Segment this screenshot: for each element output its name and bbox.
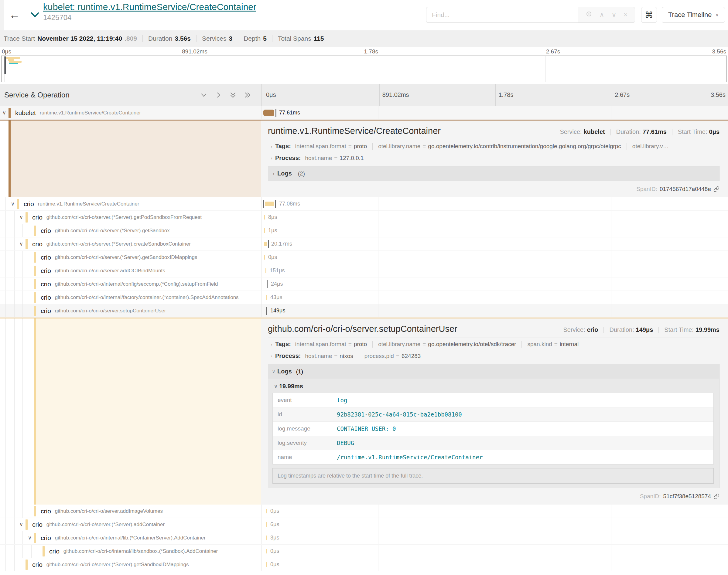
- span-timeline-cell[interactable]: 1μs: [261, 224, 728, 237]
- locate-span-icon[interactable]: [586, 11, 592, 19]
- trace-title-collapse-chevron[interactable]: [30, 11, 39, 19]
- span-row[interactable]: ∨ crio runtime.v1.RuntimeService/CreateC…: [0, 197, 728, 211]
- span-service: crio: [41, 307, 51, 314]
- find-input[interactable]: [426, 7, 578, 23]
- span-service: crio: [41, 254, 51, 261]
- span-marker: [275, 109, 276, 117]
- depth-label: Depth: [243, 35, 261, 42]
- span-duration-bar: [264, 242, 267, 246]
- span-timeline-cell[interactable]: 151μs: [261, 264, 728, 277]
- chevron-down-icon[interactable]: ∨: [17, 214, 26, 221]
- minimap-span: [6, 57, 20, 59]
- span-detail-setupcontaineruser: github.com/cri-o/cri-o/server.setupConta…: [0, 317, 728, 505]
- tags-toggle-row[interactable]: › Tags: internal.span.format=proto otel.…: [268, 140, 720, 152]
- span-name-cell: ∨ crio github.com/cri-o/cri-o/server.(*S…: [0, 211, 261, 224]
- logs-label: Logs: [277, 170, 292, 177]
- equals: =: [349, 341, 352, 348]
- span-timeline-cell[interactable]: 6μs: [261, 518, 728, 531]
- span-timeline-cell[interactable]: 43μs: [261, 291, 728, 304]
- span-row[interactable]: crio github.com/cri-o/cri-o/server.addOC…: [0, 264, 728, 277]
- span-timeline-cell[interactable]: 0μs: [261, 558, 728, 571]
- chevron-right-icon: ›: [268, 144, 275, 149]
- logs-toggle-row[interactable]: ∨ Logs (1): [268, 364, 719, 379]
- find-clear-icon[interactable]: ×: [624, 11, 627, 19]
- span-timeline-cell[interactable]: 0μs: [261, 505, 728, 518]
- span-marker: [263, 200, 264, 208]
- span-timeline-cell[interactable]: 20.17ms: [261, 237, 728, 250]
- span-row[interactable]: crio github.com/cri-o/cri-o/server.(*Ser…: [0, 251, 728, 264]
- log-field-value: 92b82381-025c-4a64-815c-ba2e1bb08100: [337, 411, 462, 418]
- span-duration-label: 77.61ms: [279, 110, 300, 116]
- log-field-value: DEBUG: [337, 440, 354, 446]
- span-timeline-cell[interactable]: 8μs: [261, 211, 728, 224]
- span-duration-label: 43μs: [270, 294, 282, 301]
- span-timeline-cell[interactable]: 149μs: [261, 304, 728, 317]
- minimap-tick: 0μs: [2, 48, 11, 55]
- minimap-span: [8, 59, 14, 61]
- tags-toggle-row[interactable]: › Tags: internal.span.format=proto otel.…: [268, 338, 720, 350]
- span-row[interactable]: crio github.com/cri-o/cri-o/server.(*Ser…: [0, 224, 728, 237]
- chevron-down-icon: [30, 11, 39, 18]
- span-service: crio: [32, 240, 42, 248]
- log-field-row: log.message CONTAINER USER: 0: [273, 422, 714, 436]
- span-timeline-cell[interactable]: 77.08ms: [261, 197, 728, 210]
- timeline-tick: 891.02ms: [383, 91, 409, 98]
- span-row[interactable]: ∨ crio github.com/cri-o/cri-o/server.(*S…: [0, 518, 728, 531]
- keyboard-shortcuts-button[interactable]: ⌘: [641, 7, 657, 23]
- service-value: kubelet: [584, 128, 605, 135]
- service-color-bar: [26, 239, 28, 249]
- equals: =: [334, 155, 337, 162]
- indent-spacer: [0, 545, 34, 558]
- span-row[interactable]: crio github.com/cri-o/cri-o/server.(*Ser…: [0, 558, 728, 571]
- process-toggle-row[interactable]: › Process: host.name=127.0.0.1: [268, 152, 720, 164]
- collapse-all-icon[interactable]: [230, 92, 236, 98]
- span-timeline-cell[interactable]: 0μs: [261, 545, 728, 558]
- trace-view-selector[interactable]: Trace Timeline ∨: [662, 7, 725, 23]
- span-row[interactable]: ∨ crio github.com/cri-o/cri-o/server.(*S…: [0, 211, 728, 224]
- chevron-down-icon[interactable]: ∨: [8, 201, 17, 207]
- timeline-tick: 0μs: [266, 91, 276, 98]
- span-operation: github.com/cri-o/cri-o/internal/config/s…: [55, 281, 261, 287]
- span-row[interactable]: crio github.com/cri-o/cri-o/server.addIm…: [0, 505, 728, 518]
- expand-one-icon[interactable]: [215, 92, 222, 98]
- span-timeline-cell[interactable]: 77.61ms: [261, 106, 728, 119]
- link-icon[interactable]: [714, 186, 720, 192]
- process-key: host.name: [305, 353, 332, 360]
- span-row[interactable]: crio github.com/cri-o/cri-o/internal/fac…: [0, 291, 728, 304]
- logs-toggle-row[interactable]: › Logs (2): [268, 166, 720, 181]
- expand-all-icon[interactable]: [244, 92, 251, 98]
- find-prev-icon[interactable]: ∧: [599, 11, 604, 19]
- trace-minimap: 0μs 891.02ms 1.78s 2.67s 3.56s: [0, 47, 728, 84]
- chevron-down-icon[interactable]: ∨: [26, 535, 34, 541]
- minimap-canvas[interactable]: [1, 56, 727, 82]
- span-timeline-cell[interactable]: 24μs: [261, 277, 728, 291]
- divider: [522, 341, 522, 348]
- trace-title-link[interactable]: kubelet: runtime.v1.RuntimeService/Creat…: [43, 2, 256, 12]
- link-icon[interactable]: [714, 493, 720, 499]
- span-timeline-cell[interactable]: 0μs: [261, 251, 728, 264]
- log-entry-toggle[interactable]: ∨ 19.99ms: [272, 380, 714, 393]
- equals: =: [349, 143, 352, 150]
- span-name-cell: crio github.com/cri-o/cri-o/internal/con…: [0, 277, 261, 291]
- collapse-one-icon[interactable]: [200, 92, 207, 98]
- chevron-down-icon[interactable]: ∨: [0, 110, 8, 116]
- equals: =: [334, 353, 337, 360]
- span-row[interactable]: crio github.com/cri-o/cri-o/internal/con…: [0, 277, 728, 291]
- span-row[interactable]: ∨ crio github.com/cri-o/cri-o/server.(*S…: [0, 237, 728, 251]
- back-button[interactable]: ←: [9, 8, 20, 21]
- span-row-kubelet-createcontainer[interactable]: ∨ kubelet runtime.v1.RuntimeService/Crea…: [0, 106, 728, 120]
- equals: =: [554, 341, 558, 348]
- span-row-setupcontaineruser[interactable]: crio github.com/cri-o/cri-o/server.setup…: [0, 304, 728, 317]
- divider: [627, 143, 627, 150]
- span-row[interactable]: ∨ crio github.com/cri-o/cri-o/internal/l…: [0, 531, 728, 545]
- span-id-value: 0174567d17a0448e: [660, 186, 711, 193]
- span-duration-label: 77.08ms: [279, 201, 300, 207]
- find-next-icon[interactable]: ∨: [611, 11, 616, 19]
- tag-key: span.kind: [527, 341, 552, 348]
- chevron-down-icon[interactable]: ∨: [17, 241, 26, 247]
- chevron-down-icon[interactable]: ∨: [17, 521, 26, 528]
- tags-label: Tags:: [275, 143, 291, 150]
- process-toggle-row[interactable]: › Process: host.name=nixos process.pid=6…: [268, 350, 720, 362]
- span-row[interactable]: crio github.com/cri-o/cri-o/internal/lib…: [0, 545, 728, 558]
- span-timeline-cell[interactable]: 3μs: [261, 531, 728, 544]
